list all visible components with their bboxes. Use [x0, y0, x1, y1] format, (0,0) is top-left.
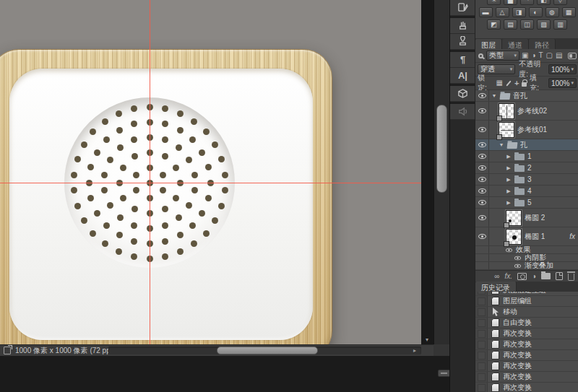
- canvas-viewport[interactable]: [0, 0, 421, 344]
- filter-kind-dropdown[interactable]: 类型▾: [486, 51, 519, 61]
- layer-thumbnail[interactable]: [506, 229, 522, 245]
- expand-arrow-icon[interactable]: ▶: [506, 177, 512, 183]
- history-source-well[interactable]: [475, 296, 488, 306]
- history-step-label[interactable]: 再次变换: [503, 361, 532, 371]
- pixel-filter-icon[interactable]: ▣: [522, 52, 528, 59]
- layer-row[interactable]: 椭圆 2: [475, 209, 578, 227]
- eye-icon[interactable]: [478, 188, 486, 193]
- adjustment-filter-icon[interactable]: ◑: [531, 52, 535, 59]
- layer-thumbnail[interactable]: [499, 103, 514, 119]
- effect-name[interactable]: 渐变叠加: [525, 261, 553, 270]
- history-step-label[interactable]: 再次变换: [503, 328, 532, 339]
- selective-color-icon[interactable]: ▧: [537, 19, 551, 30]
- eye-icon[interactable]: [478, 108, 486, 113]
- layer-row[interactable]: ▶4: [475, 186, 578, 197]
- tab-通道[interactable]: 通道: [502, 39, 529, 49]
- history-source-well[interactable]: [475, 292, 488, 295]
- layer-name[interactable]: 3: [527, 175, 532, 183]
- eye-icon[interactable]: [478, 154, 486, 159]
- history-step-label[interactable]: 再次变换: [503, 383, 532, 392]
- layer-row[interactable]: ▶5: [475, 197, 578, 209]
- color-balance-icon[interactable]: △: [496, 7, 509, 17]
- layer-row[interactable]: ▶1: [475, 151, 578, 162]
- layer-row[interactable]: ▶3: [475, 174, 578, 186]
- tab-路径[interactable]: 路径: [529, 39, 556, 49]
- eye-icon[interactable]: [478, 93, 486, 98]
- invert-icon[interactable]: ◩: [487, 19, 501, 30]
- visibility-cell[interactable]: [475, 209, 489, 227]
- audio-panel-icon[interactable]: [450, 104, 475, 120]
- visibility-cell[interactable]: [475, 151, 489, 162]
- history-source-well[interactable]: [475, 383, 488, 392]
- history-step-label[interactable]: 从图层建立组: [503, 292, 546, 295]
- lock-pixels-icon[interactable]: [506, 80, 511, 86]
- clone-source-icon[interactable]: [450, 34, 475, 50]
- layer-name[interactable]: 椭圆 2: [525, 213, 545, 223]
- tab-history[interactable]: 历史记录: [475, 282, 517, 292]
- visibility-cell[interactable]: [475, 90, 489, 101]
- brightness-contrast-icon[interactable]: ☀: [487, 0, 501, 5]
- history-step-label[interactable]: 自由变换: [503, 318, 532, 328]
- layer-name[interactable]: 1: [527, 152, 532, 160]
- history-source-well[interactable]: [475, 372, 488, 382]
- history-step[interactable]: 再次变换: [475, 372, 578, 383]
- collapse-arrow-icon[interactable]: ▼: [499, 142, 504, 147]
- eye-icon[interactable]: [514, 256, 521, 260]
- history-source-well[interactable]: [475, 339, 488, 349]
- expand-arrow-icon[interactable]: ▶: [506, 200, 512, 206]
- gradient-map-icon[interactable]: ▥: [553, 19, 567, 30]
- eye-icon[interactable]: [514, 263, 521, 268]
- history-step-label[interactable]: 再次变换: [503, 372, 532, 382]
- layer-row[interactable]: 渐变叠加: [475, 262, 578, 270]
- vibrance-icon[interactable]: ▽: [553, 0, 567, 5]
- layer-name[interactable]: 4: [527, 187, 532, 195]
- history-source-well[interactable]: [475, 318, 488, 328]
- visibility-cell[interactable]: [475, 254, 489, 261]
- layer-row[interactable]: ▶2: [475, 162, 578, 174]
- history-step[interactable]: 移动: [475, 307, 578, 318]
- vertical-scrollbar[interactable]: [434, 0, 449, 344]
- fill-value[interactable]: 100%▾: [548, 78, 577, 88]
- history-source-well[interactable]: [475, 361, 488, 371]
- visibility-cell[interactable]: [475, 102, 489, 120]
- layer-fx-badge[interactable]: fx: [569, 232, 577, 240]
- eye-icon[interactable]: [478, 177, 486, 182]
- smart-object-filter-icon[interactable]: ▤: [556, 52, 562, 59]
- collapse-arrow-icon[interactable]: ▼: [491, 93, 497, 98]
- horizontal-scrollbar-thumb[interactable]: [217, 347, 318, 354]
- threshold-icon[interactable]: ◫: [520, 19, 534, 30]
- history-step-label[interactable]: 再次变换: [503, 339, 532, 349]
- history-step-label[interactable]: 图层编组: [503, 296, 532, 306]
- history-source-well[interactable]: [475, 307, 488, 317]
- vertical-guide[interactable]: [150, 0, 150, 344]
- history-source-well[interactable]: [475, 350, 488, 360]
- layer-name[interactable]: 参考线01: [517, 125, 547, 135]
- layer-name[interactable]: 椭圆 1: [525, 232, 545, 242]
- layer-name[interactable]: 孔: [520, 140, 527, 150]
- visibility-cell[interactable]: [475, 174, 489, 185]
- horizontal-guide[interactable]: [0, 183, 421, 183]
- color-lookup-icon[interactable]: ▦: [562, 7, 576, 17]
- visibility-cell[interactable]: [475, 139, 489, 150]
- eye-icon[interactable]: [478, 200, 486, 205]
- layer-row[interactable]: 参考线02: [475, 102, 578, 121]
- expand-arrow-icon[interactable]: ▶: [506, 165, 512, 171]
- expand-arrow-icon[interactable]: ▶: [506, 188, 512, 194]
- history-step[interactable]: 再次变换: [475, 339, 578, 350]
- layer-style-icon[interactable]: fx.: [504, 272, 512, 280]
- lock-transparency-icon[interactable]: ▦: [496, 79, 503, 87]
- layer-name[interactable]: 参考线02: [517, 106, 547, 116]
- exposure-icon[interactable]: ◧: [537, 0, 551, 5]
- layer-thumbnail[interactable]: [506, 210, 522, 226]
- lock-all-icon[interactable]: [522, 82, 527, 87]
- scroll-down-arrow-icon[interactable]: ▾: [422, 336, 432, 344]
- lock-position-icon[interactable]: +: [514, 79, 519, 87]
- new-layer-icon[interactable]: [556, 272, 563, 280]
- hue-saturation-icon[interactable]: ▬: [479, 7, 493, 17]
- add-mask-icon[interactable]: [517, 273, 527, 280]
- history-step[interactable]: 图层编组: [475, 296, 578, 307]
- history-step[interactable]: 再次变换: [475, 328, 578, 339]
- layer-row[interactable]: ▼孔: [475, 139, 578, 151]
- layer-row[interactable]: 椭圆 1fx: [475, 227, 578, 246]
- visibility-cell[interactable]: [475, 227, 489, 245]
